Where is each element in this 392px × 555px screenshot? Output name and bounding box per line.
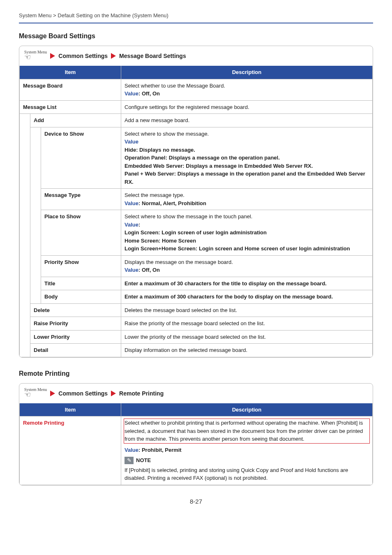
- remote-printing-box: System Menu ☜ Common Settings Remote Pri…: [19, 383, 373, 486]
- item-cell: Device to Show: [41, 127, 121, 189]
- row-title: Title Enter a maximum of 30 characters f…: [20, 277, 373, 290]
- row-delete: Delete Deletes the message board selecte…: [20, 303, 373, 317]
- th-description: Description: [121, 403, 373, 416]
- section-title-remote-printing: Remote Printing: [19, 370, 373, 377]
- section-title-message-board: Message Board Settings: [19, 32, 373, 40]
- row-body: Body Enter a maximum of 300 characters f…: [20, 290, 373, 304]
- desc-cell: Select whether to use the Message Board.…: [121, 79, 373, 100]
- desc-cell: Select the message type. Value: Normal, …: [121, 189, 373, 210]
- item-cell: Detail: [30, 344, 121, 357]
- desc-cell: Select where to show the message in the …: [121, 210, 373, 256]
- row-message-list: Message List Configure settings for the …: [20, 100, 373, 114]
- item-cell: Title: [41, 277, 121, 290]
- page-number: 8-27: [19, 498, 373, 505]
- breadcrumb-common-settings: Common Settings: [58, 53, 108, 59]
- desc-cell: Add a new message board.: [121, 114, 373, 127]
- note-icon: ✎: [125, 457, 134, 464]
- row-priority-show: Priority Show Displays the message on th…: [20, 255, 373, 277]
- item-cell: Body: [41, 290, 121, 304]
- system-menu-icon: System Menu ☜: [24, 50, 47, 62]
- breadcrumb-remote-printing: Remote Printing: [119, 390, 164, 397]
- row-remote-printing: Remote Printing Select whether to prohib…: [20, 416, 373, 485]
- arrow-icon: [50, 391, 55, 396]
- indent-cell: [20, 114, 30, 357]
- desc-cell: Select whether to prohibit printing that…: [121, 416, 373, 485]
- desc-cell: Lower the priority of the message board …: [121, 330, 373, 344]
- note-heading: ✎ NOTE: [125, 456, 369, 465]
- breadcrumb: System Menu ☜ Common Settings Remote Pri…: [19, 384, 373, 403]
- remote-printing-description: Select whether to prohibit printing that…: [125, 420, 363, 442]
- item-cell: Priority Show: [41, 255, 121, 277]
- message-board-table: Item Description Message Board Select wh…: [19, 66, 373, 357]
- item-cell: Place to Show: [41, 210, 121, 256]
- item-cell: Message Type: [41, 189, 121, 210]
- hand-icon: ☜: [24, 391, 31, 398]
- row-message-board: Message Board Select whether to use the …: [20, 79, 373, 100]
- desc-cell: Enter a maximum of 30 characters for the…: [121, 277, 373, 290]
- message-board-settings-box: System Menu ☜ Common Settings Message Bo…: [19, 46, 373, 358]
- breadcrumb: System Menu ☜ Common Settings Message Bo…: [19, 46, 373, 66]
- row-raise-priority: Raise Priority Raise the priority of the…: [20, 317, 373, 331]
- item-cell: Raise Priority: [30, 317, 121, 331]
- row-message-type: Message Type Select the message type. Va…: [20, 189, 373, 210]
- row-lower-priority: Lower Priority Lower the priority of the…: [20, 330, 373, 344]
- arrow-icon: [111, 53, 116, 59]
- desc-cell: Deletes the message board selected on th…: [121, 303, 373, 317]
- desc-cell: Configure settings for the registered me…: [121, 100, 373, 114]
- th-item: Item: [20, 403, 121, 416]
- arrow-icon: [111, 391, 116, 396]
- desc-cell: Displays the message on the message boar…: [121, 255, 373, 277]
- hand-icon: ☜: [24, 53, 31, 61]
- desc-cell: Select where to show the message. Value …: [121, 127, 373, 189]
- item-cell[interactable]: Remote Printing: [20, 416, 121, 485]
- desc-cell: Raise the priority of the message board …: [121, 317, 373, 331]
- arrow-icon: [50, 53, 55, 59]
- desc-cell: Display information on the selected mess…: [121, 344, 373, 357]
- row-detail: Detail Display information on the select…: [20, 344, 373, 357]
- item-cell: Message List: [20, 100, 121, 114]
- page-header: System Menu > Default Setting on the Mac…: [19, 12, 373, 23]
- th-description: Description: [121, 66, 373, 79]
- note-text: If [Prohibit] is selected, printing and …: [125, 467, 348, 481]
- remote-printing-table: Item Description Remote Printing Select …: [19, 403, 373, 485]
- system-menu-icon: System Menu ☜: [24, 388, 47, 399]
- item-cell: Add: [30, 114, 121, 127]
- th-item: Item: [20, 66, 121, 79]
- row-device-to-show: Device to Show Select where to show the …: [20, 127, 373, 189]
- item-cell: Message Board: [20, 79, 121, 100]
- item-cell: Lower Priority: [30, 330, 121, 344]
- row-place-to-show: Place to Show Select where to show the m…: [20, 210, 373, 256]
- breadcrumb-message-board-settings: Message Board Settings: [119, 53, 186, 59]
- indent-cell: [30, 127, 41, 303]
- breadcrumb-common-settings: Common Settings: [58, 390, 108, 397]
- desc-cell: Enter a maximum of 300 characters for th…: [121, 290, 373, 304]
- row-add: Add Add a new message board.: [20, 114, 373, 127]
- item-cell: Delete: [30, 303, 121, 317]
